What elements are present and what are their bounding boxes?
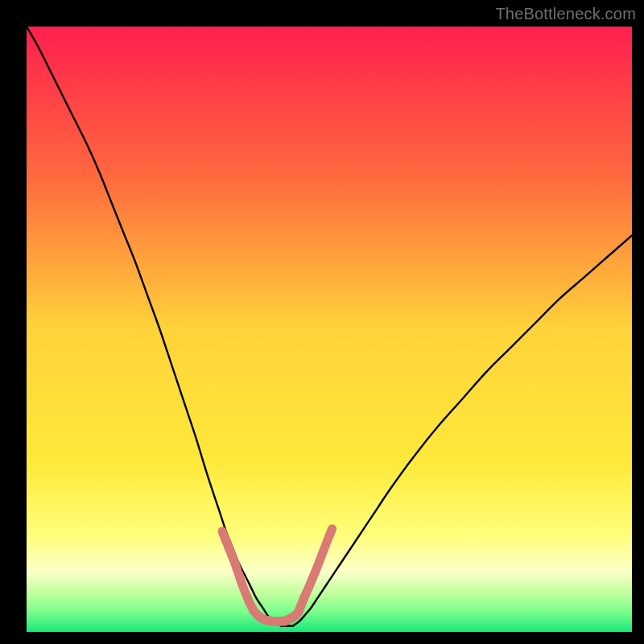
marker-dash — [293, 611, 299, 617]
marker-dash — [328, 529, 332, 537]
chart-stage: TheBottleneck.com — [0, 0, 644, 644]
bottleneck-curve-chart — [0, 0, 644, 644]
watermark-label: TheBottleneck.com — [495, 5, 636, 23]
